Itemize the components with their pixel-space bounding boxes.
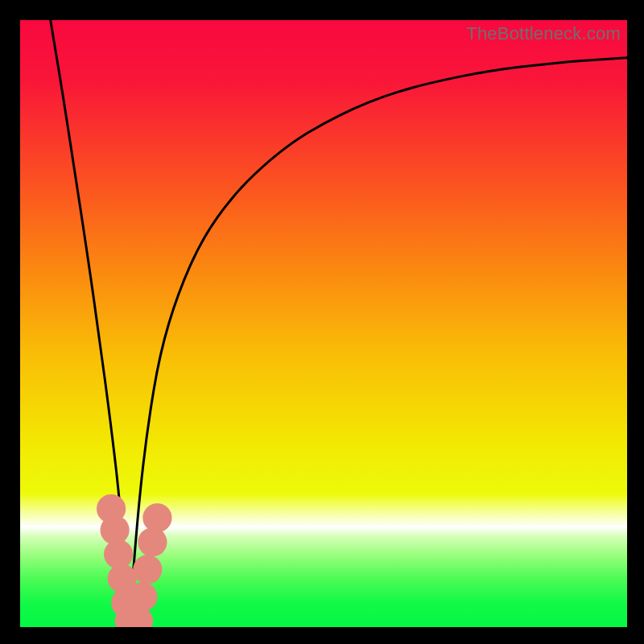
marker-dot bbox=[138, 527, 167, 556]
marker-dot bbox=[128, 582, 157, 611]
chart-svg bbox=[20, 20, 627, 627]
chart-frame: TheBottleneck.com bbox=[0, 0, 644, 644]
watermark-text: TheBottleneck.com bbox=[466, 23, 621, 44]
plot-area: TheBottleneck.com bbox=[20, 20, 627, 627]
marker-dot bbox=[133, 555, 162, 584]
marker-dot bbox=[142, 503, 171, 532]
marker-dot bbox=[104, 539, 133, 568]
bottleneck-curve bbox=[51, 20, 627, 592]
